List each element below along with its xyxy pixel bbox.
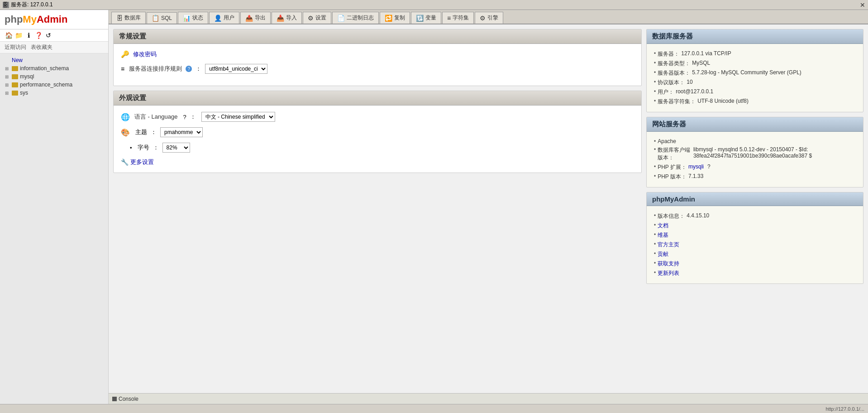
collation-label-text: 服务器连接排序规则 — [129, 65, 182, 73]
language-help-icon[interactable]: ? — [183, 114, 186, 120]
tab-engines[interactable]: ⚙ 引擎 — [475, 12, 503, 24]
change-password-link[interactable]: 修改密码 — [133, 50, 157, 58]
db-server-item-2-value: 5.7.28-log - MySQL Community Server (GPL… — [692, 69, 801, 76]
tree-expand-mysql: ⊞ — [4, 73, 10, 80]
tab-settings[interactable]: ⚙ 设置 — [303, 12, 331, 24]
web-server-body: Apache 数据库客户端版本： libmysql - mysqlnd 5.0.… — [647, 132, 863, 187]
tree-label-sys: sys — [20, 90, 28, 96]
home-icon[interactable]: 🏠 — [5, 31, 13, 39]
phpmyadmin-title: phpMyAdmin — [652, 195, 695, 203]
collation-select[interactable]: utf8mb4_unicode_ci utf8_general_ci latin… — [205, 64, 267, 74]
tab-status[interactable]: 📊 状态 — [178, 12, 208, 24]
tab-sql[interactable]: 📋 SQL — [147, 12, 177, 24]
phpmyadmin-homepage-link[interactable]: 官方主页 — [658, 241, 679, 249]
phpmyadmin-contribute-link[interactable]: 贡献 — [658, 250, 668, 258]
collation-row: ≡ 服务器连接排序规则 ? ： utf8mb4_unicode_ci utf8_… — [121, 64, 634, 74]
general-settings-panel: 常规设置 🔑 修改密码 ≡ 服务器连接排序规则 — [113, 29, 642, 86]
general-settings-title: 常规设置 — [119, 32, 146, 40]
tab-charset[interactable]: ≡ 字符集 — [442, 12, 474, 24]
folder-icon[interactable]: 📁 — [14, 31, 23, 39]
users-tab-icon: 👤 — [214, 14, 222, 22]
phpmyadmin-wiki-link[interactable]: 维基 — [658, 231, 668, 239]
info-icon[interactable]: ℹ — [24, 31, 33, 39]
tab-variables[interactable]: 🔃 变量 — [411, 12, 441, 24]
tab-export[interactable]: 📤 导出 — [240, 12, 271, 24]
tree-item-performance-schema[interactable]: ⊞ performance_schema — [0, 81, 108, 89]
tree-item-new[interactable]: New — [0, 56, 108, 64]
tab-users[interactable]: 👤 用户 — [209, 12, 239, 24]
tab-import-label: 导入 — [286, 14, 297, 22]
window-titlebar: 🗄 服务器: 127.0.0.1 ✕ — [0, 0, 868, 10]
more-settings-link[interactable]: 🔧 更多设置 — [121, 158, 634, 166]
sidebar-icon-bar: 🏠 📁 ℹ ❓ ↺ — [0, 29, 108, 42]
tab-binary-log[interactable]: 📄 二进制日志 — [332, 12, 379, 24]
collation-label: 服务器连接排序规则 — [129, 65, 182, 73]
web-server-item-0-value: Apache — [658, 138, 676, 144]
phpmyadmin-support-link[interactable]: 获取支持 — [658, 260, 679, 268]
tab-bar: 🗄 数据库 📋 SQL 📊 状态 👤 用户 📤 导出 📥 导入 — [109, 10, 868, 24]
web-server-item-0: Apache — [654, 137, 856, 145]
status-bar: http://127.0.0.1/... — [0, 404, 868, 413]
appearance-settings-body: 🌐 语言 - Language ? ： 中文 - Chinese simplif… — [114, 106, 641, 173]
web-server-header: 网站服务器 — [647, 117, 863, 132]
console-icon — [112, 397, 117, 401]
tree-expand-sys: ⊞ — [4, 90, 10, 96]
phpmyadmin-docs-link[interactable]: 文档 — [658, 222, 668, 230]
tree-item-mysql[interactable]: ⊞ mysql — [0, 72, 108, 81]
tab-replication-label: 复制 — [394, 14, 405, 22]
web-server-item-1: 数据库客户端版本： libmysql - mysqlnd 5.0.12-dev … — [654, 145, 856, 163]
refresh-icon[interactable]: ↺ — [44, 31, 52, 39]
content-area: 🗄 数据库 📋 SQL 📊 状态 👤 用户 📤 导出 📥 导入 — [109, 10, 868, 404]
tree-label-information-schema: information_schema — [20, 65, 69, 72]
fontsize-label: 字号 — [138, 144, 149, 152]
tab-sql-label: SQL — [161, 15, 172, 21]
status-url: http://127.0.0.1/... — [825, 406, 864, 412]
tree-item-sys[interactable]: ⊞ sys — [0, 89, 108, 97]
db-server-item-1-value: MySQL — [692, 60, 710, 66]
console-bar[interactable]: Console — [109, 393, 868, 404]
tab-replication[interactable]: 🔁 复制 — [380, 12, 410, 24]
mysqli-help-icon[interactable]: ? — [707, 163, 711, 170]
logo-admin: Admin — [37, 14, 67, 25]
db-icon-information-schema — [12, 66, 18, 71]
help-icon[interactable]: ❓ — [34, 31, 43, 39]
db-server-list: 服务器： 127.0.0.1 via TCP/IP 服务器类型： MySQL 服… — [654, 49, 856, 106]
collation-help-icon-wrapper: ? — [186, 66, 192, 72]
language-select[interactable]: 中文 - Chinese simplified English 日本語 — [201, 112, 275, 122]
theme-colon: ： — [151, 128, 157, 136]
engines-tab-icon: ⚙ — [480, 14, 486, 22]
tree-item-information-schema[interactable]: ⊞ information_schema — [0, 64, 108, 72]
sidebar: phpMyAdmin 🏠 📁 ℹ ❓ ↺ 近期访问 表收藏夹 New ⊞ inf… — [0, 10, 109, 404]
db-server-item-0-value: 127.0.0.1 via TCP/IP — [681, 50, 731, 57]
favorites-link[interactable]: 表收藏夹 — [31, 43, 52, 51]
database-tab-icon: 🗄 — [116, 14, 123, 22]
fontsize-select[interactable]: 82% 100% 120% — [162, 143, 190, 153]
tree-expand-performance-schema: ⊞ — [4, 82, 10, 88]
phpmyadmin-item-3: 官方主页 — [654, 240, 856, 250]
db-server-item-5-value: UTF-8 Unicode (utf8) — [697, 98, 749, 104]
window-close-button[interactable]: ✕ — [860, 1, 865, 9]
theme-icon: 🎨 — [121, 128, 130, 137]
tab-users-label: 用户 — [224, 14, 234, 22]
phpmyadmin-item-4: 贡献 — [654, 250, 856, 259]
collation-help-icon[interactable]: ? — [186, 66, 192, 72]
mysqli-link[interactable]: mysqli — [688, 163, 704, 170]
console-label: Console — [119, 396, 138, 402]
right-panels: 数据库服务器 服务器： 127.0.0.1 via TCP/IP 服务器类型： … — [646, 29, 863, 389]
fontsize-bullet: • — [130, 144, 132, 151]
language-label: 语言 - Language — [134, 113, 177, 121]
tab-engines-label: 引擎 — [487, 14, 498, 22]
tab-settings-label: 设置 — [315, 14, 326, 22]
variables-tab-icon: 🔃 — [416, 14, 424, 22]
phpmyadmin-changelog-link[interactable]: 更新列表 — [658, 269, 679, 277]
import-tab-icon: 📥 — [277, 14, 284, 22]
recent-link[interactable]: 近期访问 — [5, 43, 26, 51]
theme-select[interactable]: pmahomme original metro — [160, 127, 203, 137]
tab-import[interactable]: 📥 导入 — [272, 12, 302, 24]
web-server-item-2: PHP 扩展： mysqli ? — [654, 163, 856, 172]
db-server-item-5-label: 服务器字符集： — [658, 98, 696, 106]
tab-database[interactable]: 🗄 数据库 — [111, 12, 146, 24]
db-server-item-1-label: 服务器类型： — [658, 60, 690, 67]
db-icon-mysql — [12, 74, 18, 79]
db-server-item-3: 协议版本： 10 — [654, 78, 856, 87]
